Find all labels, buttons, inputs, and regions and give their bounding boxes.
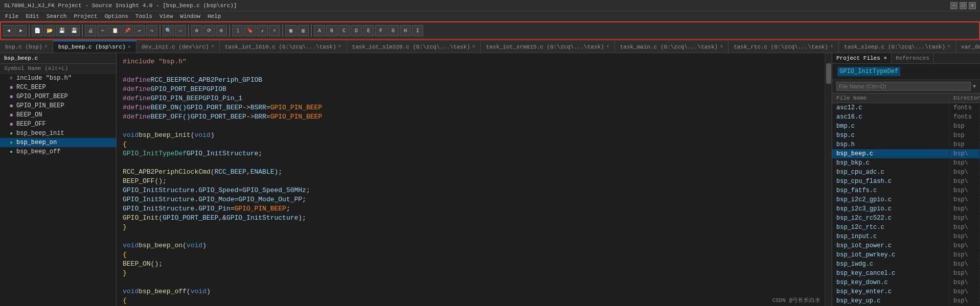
b-btn2[interactable]: B — [326, 25, 337, 36]
file-row[interactable]: bsp.hbsp — [832, 140, 980, 149]
save-all-button[interactable]: 💾 — [69, 25, 80, 36]
forward-button[interactable]: ► — [15, 25, 27, 36]
symbol-item[interactable]: ●bsp_beep_init — [0, 129, 116, 138]
d-btn4[interactable]: D — [351, 25, 362, 36]
tab-close-4[interactable]: × — [472, 44, 475, 50]
print-button[interactable]: 🖨 — [85, 25, 96, 36]
menu-item-search[interactable]: Search — [43, 12, 70, 20]
h-btn8[interactable]: H — [400, 25, 411, 36]
tab-project-files[interactable]: Project Files × — [832, 53, 892, 63]
file-row[interactable]: bsp_i2c2_gpio.cbsp\ — [832, 195, 980, 204]
file-row[interactable]: bmp.cbsp — [832, 122, 980, 131]
file-row[interactable]: bsp_key_up.cbsp\ — [832, 296, 980, 305]
file-row[interactable]: bsp.cbsp — [832, 131, 980, 140]
tab-close-1[interactable]: × — [128, 44, 131, 50]
scrollbar-thumb[interactable] — [826, 63, 831, 84]
file-row[interactable]: bsp_key_enter.cbsp\ — [832, 287, 980, 296]
search-button[interactable]: 🔍 — [163, 25, 174, 36]
settings-button[interactable]: ⚙ — [216, 25, 227, 36]
cut-button[interactable]: ✂ — [97, 25, 108, 36]
i-btn9[interactable]: I — [412, 25, 423, 36]
tab-3[interactable]: task_iot_l610.c (G:\zcq\...\task) × — [220, 40, 347, 53]
copy-button[interactable]: 📋 — [109, 25, 121, 36]
file-row[interactable]: bsp_i2c3_gpio.cbsp\ — [832, 204, 980, 214]
build-button[interactable]: ⚙ — [191, 25, 202, 36]
tab-close-8[interactable]: × — [947, 44, 950, 50]
paste-button[interactable]: 📌 — [122, 25, 133, 36]
tab-7[interactable]: task_rtc.c (G:\zcq\...\task) × — [728, 40, 839, 53]
relation-item[interactable]: GPIO_InitTypeDef — [837, 67, 900, 76]
menu-item-help[interactable]: Help — [204, 12, 224, 20]
symbol-item[interactable]: #include "bsp.h" — [0, 74, 116, 83]
file-row[interactable]: bsp_i2c_rc522.cbsp\ — [832, 214, 980, 223]
file-row[interactable]: bsp_beep.cbsp\ — [832, 149, 980, 158]
symbol-item[interactable]: ■GPIO_PORT_BEEP — [0, 92, 116, 101]
tab-2[interactable]: dev_init.c (dev\src) × — [136, 40, 220, 53]
tab-1[interactable]: bsp_beep.c (bsp\src) × — [53, 40, 136, 53]
e-btn5[interactable]: E — [363, 25, 374, 36]
tab-6[interactable]: task_main.c (G:\zcq\...\task) × — [615, 40, 728, 53]
tab-close-2[interactable]: × — [211, 44, 214, 50]
symbol-item[interactable]: ●bsp_beep_on — [0, 138, 116, 147]
file-row[interactable]: bsp_iwdg.cbsp\ — [832, 260, 980, 269]
tab-close-6[interactable]: × — [720, 44, 723, 50]
file-row[interactable]: asc16.cfonts — [832, 112, 980, 122]
file-row[interactable]: bsp_iot_pwrkey.cbsp\ — [832, 250, 980, 260]
menu-item-view[interactable]: View — [156, 12, 176, 20]
symbol-item[interactable]: ■RCC_BEEP — [0, 83, 116, 92]
symbol-item[interactable]: ■BEEP_OFF — [0, 120, 116, 129]
f-btn6[interactable]: F — [375, 25, 386, 36]
tab-close-7[interactable]: × — [830, 44, 833, 50]
tab-references[interactable]: References — [892, 53, 934, 63]
tab-0[interactable]: bsp.c (bsp) × — [0, 40, 53, 53]
file-search-input[interactable] — [836, 82, 971, 91]
code-editor[interactable]: #include "bsp.h" #define RCC_BEEP RCC_AP… — [117, 53, 825, 306]
tile-button[interactable]: ▥ — [298, 25, 309, 36]
tab-close-3[interactable]: × — [338, 44, 341, 50]
file-row[interactable]: bsp_iot_power.cbsp\ — [832, 241, 980, 250]
minimize-button[interactable]: ─ — [950, 2, 958, 9]
tab-9[interactable]: var_debug.c (G:\zcq\...\variable) × — [956, 40, 980, 53]
menu-item-edit[interactable]: Edit — [22, 12, 42, 20]
sync-button[interactable]: ⟳ — [203, 25, 215, 36]
save-button[interactable]: 💾 — [56, 25, 67, 36]
undo-button[interactable]: ↩ — [134, 25, 145, 36]
symbol-item[interactable]: ■GPIO_PIN_BEEP — [0, 101, 116, 110]
open-button[interactable]: 📂 — [44, 25, 55, 36]
bookmark-button[interactable]: 🔖 — [244, 25, 256, 36]
g-btn7[interactable]: G — [388, 25, 399, 36]
c-btn3[interactable]: C — [338, 25, 350, 36]
file-row[interactable]: bsp_fatfs.cbsp\ — [832, 186, 980, 195]
redo-button[interactable]: ↪ — [146, 25, 157, 36]
file-row[interactable]: bsp_key_cancel.cbsp\ — [832, 269, 980, 278]
maximize-button[interactable]: □ — [960, 2, 967, 9]
vertical-scrollbar[interactable] — [825, 53, 832, 306]
menu-item-options[interactable]: Options — [102, 12, 131, 20]
symbol-item[interactable]: ●bsp_beep_off — [0, 147, 116, 156]
dropdown-icon[interactable]: ▼ — [973, 84, 976, 89]
tab-close-5[interactable]: × — [606, 44, 609, 50]
window-list[interactable]: ▦ — [285, 25, 297, 36]
replace-button[interactable]: ↔ — [175, 25, 186, 36]
symbol-item[interactable]: ■BEEP_ON — [0, 110, 116, 120]
relation-button[interactable]: ⚡ — [269, 25, 280, 36]
file-row[interactable]: bsp_bkp.cbsp\ — [832, 158, 980, 168]
file-row[interactable]: bsp_i2c_rtc.cbsp\ — [832, 223, 980, 232]
tab-5[interactable]: task_iot_srm815.c (G:\zcq\...\task) × — [481, 40, 615, 53]
file-row[interactable]: bsp_input.cbsp\ — [832, 232, 980, 241]
file-row[interactable]: bsp_cpu_adc.cbsp\ — [832, 168, 980, 177]
file-row[interactable]: asc12.cfonts — [832, 103, 980, 112]
back-button[interactable]: ◄ — [3, 25, 14, 36]
close-button[interactable]: ✕ — [969, 2, 976, 9]
a-btn1[interactable]: A — [314, 25, 325, 36]
jump-button[interactable]: ⤵ — [232, 25, 243, 36]
tab-8[interactable]: task_sleep.c (G:\zcq\...\task) × — [839, 40, 956, 53]
menu-item-window[interactable]: Window — [177, 12, 203, 20]
file-row[interactable]: bsp_key_down.cbsp\ — [832, 278, 980, 287]
menu-item-file[interactable]: File — [2, 12, 21, 20]
menu-item-tools[interactable]: Tools — [132, 12, 155, 20]
new-file-button[interactable]: 📄 — [32, 25, 43, 36]
tab-4[interactable]: task_iot_slm320.c (G:\zcq\...\task) × — [347, 40, 481, 53]
file-row[interactable]: bsp_cpu_flash.cbsp\ — [832, 177, 980, 186]
tab-close-0[interactable]: × — [44, 44, 48, 50]
